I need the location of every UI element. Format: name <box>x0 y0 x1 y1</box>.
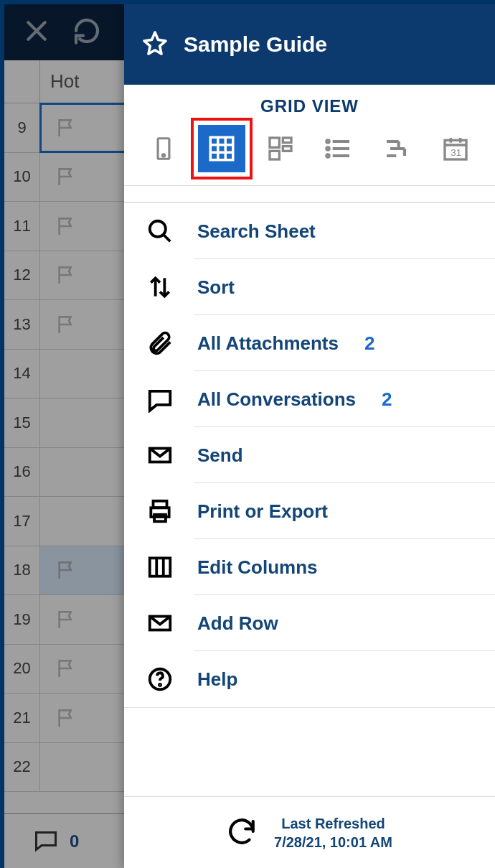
menu-item-badge: 2 <box>382 388 392 411</box>
last-refreshed-label: Last Refreshed <box>274 814 392 833</box>
svg-point-8 <box>327 147 329 149</box>
menu-item-badge: 2 <box>364 332 374 355</box>
gantt-view-button[interactable] <box>374 125 421 172</box>
menu-item-label: All Conversations <box>197 388 356 411</box>
all-attachments-item[interactable]: All Attachments2 <box>124 315 495 371</box>
menu-item-label: All Attachments <box>197 332 339 355</box>
mail-icon <box>144 610 176 637</box>
panel-header: Sample Guide <box>124 4 495 85</box>
columns-icon <box>144 554 176 581</box>
list-view-button[interactable] <box>315 125 362 172</box>
svg-rect-6 <box>270 151 279 159</box>
menu-item-label: Edit Columns <box>197 556 318 579</box>
print-icon <box>144 498 176 525</box>
menu-item-label: Search Sheet <box>197 220 316 243</box>
add-row-item[interactable]: Add Row <box>124 595 495 651</box>
help-icon <box>144 666 176 693</box>
calendar-view-button[interactable]: 31 <box>432 125 479 172</box>
svg-text:31: 31 <box>451 147 462 158</box>
mail-icon <box>144 442 176 469</box>
mobile-view-button[interactable] <box>140 125 187 172</box>
svg-rect-5 <box>283 146 291 151</box>
svg-point-7 <box>327 140 329 142</box>
view-switcher: 31 <box>124 122 495 186</box>
menu-item-label: Print or Export <box>197 500 328 523</box>
grid-view-button[interactable] <box>198 125 245 172</box>
help-item[interactable]: Help <box>124 651 495 707</box>
sort-item[interactable]: Sort <box>124 259 495 315</box>
last-refreshed-time: 7/28/21, 10:01 AM <box>274 833 392 851</box>
svg-rect-3 <box>270 138 279 147</box>
svg-rect-4 <box>283 138 291 143</box>
attachment-icon <box>144 330 176 357</box>
print-or-export-item[interactable]: Print or Export <box>124 483 495 539</box>
search-sheet-item[interactable]: Search Sheet <box>124 202 495 259</box>
card-view-button[interactable] <box>257 125 304 172</box>
menu-item-label: Add Row <box>197 612 278 635</box>
menu-item-label: Help <box>197 668 237 691</box>
svg-point-9 <box>327 154 329 157</box>
all-conversations-item[interactable]: All Conversations2 <box>124 371 495 427</box>
search-icon <box>144 218 176 245</box>
last-refreshed-text: Last Refreshed 7/28/21, 10:01 AM <box>274 814 392 851</box>
menu-item-label: Send <box>197 444 243 467</box>
edit-columns-item[interactable]: Edit Columns <box>124 539 495 595</box>
svg-rect-17 <box>150 558 171 576</box>
send-item[interactable]: Send <box>124 427 495 483</box>
svg-point-1 <box>162 154 164 157</box>
star-icon[interactable] <box>142 30 168 59</box>
sort-icon <box>144 274 176 301</box>
panel-menu: Search SheetSortAll Attachments2All Conv… <box>124 186 495 796</box>
panel-title: Sample Guide <box>184 32 327 57</box>
side-panel: Sample Guide GRID VIEW 31 Search SheetSo… <box>124 4 495 868</box>
view-section-label: GRID VIEW <box>124 85 495 122</box>
refresh-icon[interactable] <box>227 816 257 849</box>
comment-icon <box>144 386 176 413</box>
svg-point-12 <box>150 221 166 237</box>
menu-item-label: Sort <box>197 276 235 299</box>
panel-footer[interactable]: Last Refreshed 7/28/21, 10:01 AM <box>124 796 495 868</box>
svg-rect-2 <box>211 137 234 160</box>
svg-point-20 <box>159 684 161 686</box>
